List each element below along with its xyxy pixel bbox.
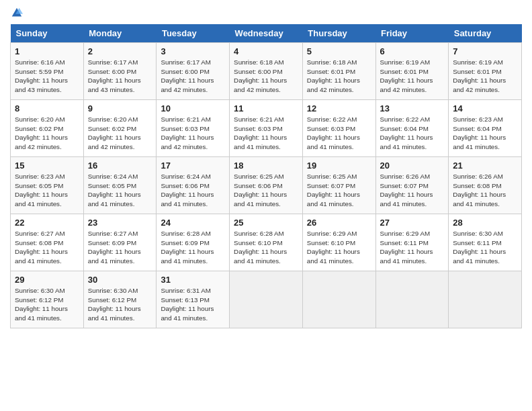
day-number: 7 [453, 46, 517, 56]
day-info: Sunrise: 6:30 AMSunset: 6:12 PMDaylight:… [88, 287, 141, 322]
calendar-header-row: SundayMondayTuesdayWednesdayThursdayFrid… [11, 24, 522, 43]
day-number: 2 [88, 46, 152, 56]
day-number: 9 [88, 103, 152, 113]
day-number: 31 [161, 275, 225, 285]
day-info: Sunrise: 6:20 AMSunset: 6:02 PMDaylight:… [15, 116, 68, 150]
day-number: 24 [161, 218, 225, 228]
day-info: Sunrise: 6:25 AMSunset: 6:06 PMDaylight:… [234, 173, 287, 208]
calendar-cell: 9Sunrise: 6:20 AMSunset: 6:02 PMDaylight… [83, 100, 157, 157]
day-info: Sunrise: 6:27 AMSunset: 6:09 PMDaylight:… [88, 230, 141, 265]
day-info: Sunrise: 6:29 AMSunset: 6:10 PMDaylight:… [307, 230, 360, 265]
calendar-cell [302, 271, 375, 328]
day-info: Sunrise: 6:31 AMSunset: 6:13 PMDaylight:… [161, 287, 214, 322]
calendar-cell: 31Sunrise: 6:31 AMSunset: 6:13 PMDayligh… [157, 271, 230, 328]
calendar-cell: 23Sunrise: 6:27 AMSunset: 6:09 PMDayligh… [83, 214, 157, 271]
calendar-week-3: 15Sunrise: 6:23 AMSunset: 6:05 PMDayligh… [11, 157, 522, 214]
calendar-cell: 5Sunrise: 6:18 AMSunset: 6:01 PMDaylight… [302, 43, 375, 100]
day-number: 25 [234, 218, 298, 228]
day-info: Sunrise: 6:23 AMSunset: 6:04 PMDaylight:… [453, 116, 506, 150]
day-number: 17 [161, 161, 225, 171]
day-info: Sunrise: 6:25 AMSunset: 6:07 PMDaylight:… [307, 173, 360, 208]
page-header [10, 7, 522, 19]
day-number: 10 [161, 103, 225, 113]
day-info: Sunrise: 6:21 AMSunset: 6:03 PMDaylight:… [161, 116, 214, 150]
day-info: Sunrise: 6:28 AMSunset: 6:09 PMDaylight:… [161, 230, 214, 265]
day-info: Sunrise: 6:28 AMSunset: 6:10 PMDaylight:… [234, 230, 287, 265]
calendar-cell: 26Sunrise: 6:29 AMSunset: 6:10 PMDayligh… [302, 214, 375, 271]
logo [10, 7, 24, 19]
day-info: Sunrise: 6:27 AMSunset: 6:08 PMDaylight:… [15, 230, 68, 265]
day-number: 18 [234, 161, 298, 171]
calendar-cell: 6Sunrise: 6:19 AMSunset: 6:01 PMDaylight… [375, 43, 449, 100]
day-info: Sunrise: 6:26 AMSunset: 6:08 PMDaylight:… [453, 173, 506, 208]
day-number: 28 [453, 218, 517, 228]
day-number: 11 [234, 103, 298, 113]
calendar-cell: 28Sunrise: 6:30 AMSunset: 6:11 PMDayligh… [449, 214, 522, 271]
day-number: 4 [234, 46, 298, 56]
calendar-cell: 25Sunrise: 6:28 AMSunset: 6:10 PMDayligh… [230, 214, 303, 271]
day-info: Sunrise: 6:16 AMSunset: 5:59 PMDaylight:… [15, 58, 68, 93]
calendar-week-2: 8Sunrise: 6:20 AMSunset: 6:02 PMDaylight… [11, 100, 522, 157]
calendar-body: 1Sunrise: 6:16 AMSunset: 5:59 PMDaylight… [11, 43, 522, 328]
day-info: Sunrise: 6:29 AMSunset: 6:11 PMDaylight:… [380, 230, 433, 265]
calendar-cell: 17Sunrise: 6:24 AMSunset: 6:06 PMDayligh… [157, 157, 230, 214]
calendar-cell: 16Sunrise: 6:24 AMSunset: 6:05 PMDayligh… [83, 157, 157, 214]
calendar-cell: 13Sunrise: 6:22 AMSunset: 6:04 PMDayligh… [375, 100, 449, 157]
calendar-cell: 18Sunrise: 6:25 AMSunset: 6:06 PMDayligh… [230, 157, 303, 214]
day-number: 16 [88, 161, 152, 171]
day-number: 15 [15, 161, 79, 171]
calendar-cell: 15Sunrise: 6:23 AMSunset: 6:05 PMDayligh… [11, 157, 84, 214]
day-number: 27 [380, 218, 445, 228]
day-info: Sunrise: 6:30 AMSunset: 6:12 PMDaylight:… [15, 287, 68, 322]
calendar-cell: 2Sunrise: 6:17 AMSunset: 6:00 PMDaylight… [83, 43, 157, 100]
day-info: Sunrise: 6:17 AMSunset: 6:00 PMDaylight:… [161, 58, 214, 93]
calendar-week-5: 29Sunrise: 6:30 AMSunset: 6:12 PMDayligh… [11, 271, 522, 328]
day-info: Sunrise: 6:17 AMSunset: 6:00 PMDaylight:… [88, 58, 141, 93]
calendar-cell: 21Sunrise: 6:26 AMSunset: 6:08 PMDayligh… [449, 157, 522, 214]
day-number: 20 [380, 161, 445, 171]
weekday-header-friday: Friday [375, 24, 449, 43]
day-info: Sunrise: 6:22 AMSunset: 6:03 PMDaylight:… [307, 116, 360, 150]
day-info: Sunrise: 6:23 AMSunset: 6:05 PMDaylight:… [15, 173, 68, 208]
calendar-cell: 19Sunrise: 6:25 AMSunset: 6:07 PMDayligh… [302, 157, 375, 214]
day-info: Sunrise: 6:22 AMSunset: 6:04 PMDaylight:… [380, 116, 433, 150]
day-number: 5 [307, 46, 371, 56]
calendar-cell: 29Sunrise: 6:30 AMSunset: 6:12 PMDayligh… [11, 271, 84, 328]
day-number: 19 [307, 161, 371, 171]
calendar-cell: 22Sunrise: 6:27 AMSunset: 6:08 PMDayligh… [11, 214, 84, 271]
calendar-cell: 14Sunrise: 6:23 AMSunset: 6:04 PMDayligh… [449, 100, 522, 157]
logo-icon [11, 7, 23, 19]
calendar-week-4: 22Sunrise: 6:27 AMSunset: 6:08 PMDayligh… [11, 214, 522, 271]
day-number: 8 [15, 103, 79, 113]
day-info: Sunrise: 6:26 AMSunset: 6:07 PMDaylight:… [380, 173, 433, 208]
weekday-header-tuesday: Tuesday [157, 24, 230, 43]
calendar-cell: 8Sunrise: 6:20 AMSunset: 6:02 PMDaylight… [11, 100, 84, 157]
calendar-cell: 10Sunrise: 6:21 AMSunset: 6:03 PMDayligh… [157, 100, 230, 157]
day-info: Sunrise: 6:24 AMSunset: 6:05 PMDaylight:… [88, 173, 141, 208]
day-info: Sunrise: 6:24 AMSunset: 6:06 PMDaylight:… [161, 173, 214, 208]
day-number: 14 [453, 103, 517, 113]
day-info: Sunrise: 6:20 AMSunset: 6:02 PMDaylight:… [88, 116, 141, 150]
day-info: Sunrise: 6:18 AMSunset: 6:01 PMDaylight:… [307, 58, 360, 93]
day-number: 29 [15, 275, 79, 285]
weekday-header-sunday: Sunday [11, 24, 84, 43]
day-info: Sunrise: 6:18 AMSunset: 6:00 PMDaylight:… [234, 58, 287, 93]
calendar-cell: 7Sunrise: 6:19 AMSunset: 6:01 PMDaylight… [449, 43, 522, 100]
day-number: 23 [88, 218, 152, 228]
day-number: 30 [88, 275, 152, 285]
day-number: 26 [307, 218, 371, 228]
day-number: 12 [307, 103, 371, 113]
calendar-cell: 4Sunrise: 6:18 AMSunset: 6:00 PMDaylight… [230, 43, 303, 100]
day-number: 3 [161, 46, 225, 56]
calendar-cell: 20Sunrise: 6:26 AMSunset: 6:07 PMDayligh… [375, 157, 449, 214]
day-info: Sunrise: 6:19 AMSunset: 6:01 PMDaylight:… [453, 58, 506, 93]
day-number: 22 [15, 218, 79, 228]
calendar-week-1: 1Sunrise: 6:16 AMSunset: 5:59 PMDaylight… [11, 43, 522, 100]
calendar-cell: 27Sunrise: 6:29 AMSunset: 6:11 PMDayligh… [375, 214, 449, 271]
day-info: Sunrise: 6:21 AMSunset: 6:03 PMDaylight:… [234, 116, 287, 150]
calendar-cell: 30Sunrise: 6:30 AMSunset: 6:12 PMDayligh… [83, 271, 157, 328]
day-number: 13 [380, 103, 445, 113]
calendar-cell: 11Sunrise: 6:21 AMSunset: 6:03 PMDayligh… [230, 100, 303, 157]
calendar-table: SundayMondayTuesdayWednesdayThursdayFrid… [10, 24, 522, 328]
calendar-cell [375, 271, 449, 328]
